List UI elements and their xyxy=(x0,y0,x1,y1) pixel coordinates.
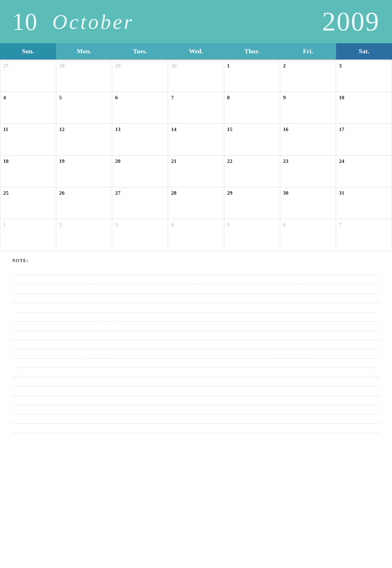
year: 2009 xyxy=(322,6,380,37)
month-name: October xyxy=(52,10,134,34)
day-number: 12 xyxy=(59,126,65,132)
calendar-cell: 2 xyxy=(56,219,112,251)
day-number: 25 xyxy=(3,190,9,196)
day-number: 14 xyxy=(171,126,176,132)
day-number: 5 xyxy=(227,222,230,228)
day-number: 19 xyxy=(59,158,65,164)
calendar-cell: 29 xyxy=(112,60,168,92)
day-number: 16 xyxy=(283,126,288,132)
note-line xyxy=(12,331,380,340)
note-line xyxy=(12,303,380,312)
day-header-tue: Tues. xyxy=(112,43,168,60)
calendar-cell: 8 xyxy=(224,92,280,124)
day-number: 30 xyxy=(171,63,176,69)
calendar-cell: 7 xyxy=(168,92,224,124)
calendar-cell: 10 xyxy=(336,92,392,124)
calendar-cell: 24 xyxy=(336,155,392,187)
note-line xyxy=(12,294,380,303)
day-number: 30 xyxy=(283,190,288,196)
day-header-mon: Mon. xyxy=(56,43,112,60)
day-number: 17 xyxy=(339,126,344,132)
calendar-cell: 18 xyxy=(0,155,56,187)
day-number: 13 xyxy=(115,126,120,132)
calendar-cell: 31 xyxy=(336,187,392,219)
day-number: 18 xyxy=(3,158,9,164)
day-number: 3 xyxy=(339,63,342,69)
note-label: NOTE: xyxy=(12,258,380,263)
note-line xyxy=(12,424,380,433)
day-number: 3 xyxy=(115,222,118,228)
calendar-cell: 21 xyxy=(168,155,224,187)
calendar-cell: 1 xyxy=(0,219,56,251)
calendar-cell: 7 xyxy=(336,219,392,251)
note-line xyxy=(12,340,380,349)
note-line xyxy=(12,387,380,396)
calendar-cell: 11 xyxy=(0,124,56,155)
calendar-cell: 9 xyxy=(280,92,336,124)
calendar-cell: 14 xyxy=(168,124,224,155)
day-number: 1 xyxy=(3,222,6,228)
day-header-thu: Thur. xyxy=(224,43,280,60)
day-number: 9 xyxy=(283,94,286,101)
day-header-wed: Wed. xyxy=(168,43,224,60)
day-number: 7 xyxy=(339,222,342,228)
day-number: 26 xyxy=(59,190,65,196)
day-number: 21 xyxy=(171,158,176,164)
calendar-cell: 13 xyxy=(112,124,168,155)
note-line xyxy=(12,396,380,405)
day-number: 22 xyxy=(227,158,233,164)
day-number: 20 xyxy=(115,158,120,164)
day-headers-row: Sun.Mon.Tues.Wed.Thur.Fri.Sat. xyxy=(0,43,392,60)
note-line xyxy=(12,368,380,377)
calendar-cell: 28 xyxy=(168,187,224,219)
calendar-cell: 5 xyxy=(224,219,280,251)
calendar-cell: 27 xyxy=(112,187,168,219)
calendar-cell: 6 xyxy=(112,92,168,124)
calendar-cell: 29 xyxy=(224,187,280,219)
note-line xyxy=(12,322,380,331)
calendar-cell: 17 xyxy=(336,124,392,155)
calendar-cell: 12 xyxy=(56,124,112,155)
day-number: 29 xyxy=(227,190,233,196)
day-number: 27 xyxy=(115,190,120,196)
calendar-cell: 5 xyxy=(56,92,112,124)
day-header-sat: Sat. xyxy=(336,43,392,60)
day-header-sun: Sun. xyxy=(0,43,56,60)
note-lines xyxy=(12,266,380,433)
calendar-cell: 3 xyxy=(112,219,168,251)
calendar-cell: 15 xyxy=(224,124,280,155)
calendar-header: 10 October 2009 xyxy=(0,0,392,43)
day-number: 5 xyxy=(59,94,62,101)
calendar-cell: 4 xyxy=(168,219,224,251)
month-number: 10 xyxy=(12,8,38,36)
calendar-cell: 23 xyxy=(280,155,336,187)
calendar-cell: 22 xyxy=(224,155,280,187)
note-line xyxy=(12,266,380,275)
day-number: 4 xyxy=(3,94,6,101)
note-line xyxy=(12,284,380,294)
calendar-cell: 4 xyxy=(0,92,56,124)
note-line xyxy=(12,312,380,322)
day-number: 7 xyxy=(171,94,174,101)
day-number: 24 xyxy=(339,158,344,164)
calendar-cell: 1 xyxy=(224,60,280,92)
note-line xyxy=(12,349,380,359)
calendar-cell: 6 xyxy=(280,219,336,251)
calendar-cell: 25 xyxy=(0,187,56,219)
calendar-cell: 3 xyxy=(336,60,392,92)
note-line xyxy=(12,359,380,368)
calendar-cell: 26 xyxy=(56,187,112,219)
day-number: 2 xyxy=(283,63,286,69)
calendar-cell: 30 xyxy=(168,60,224,92)
day-number: 28 xyxy=(59,63,65,69)
note-line xyxy=(12,415,380,424)
day-header-fri: Fri. xyxy=(280,43,336,60)
day-number: 10 xyxy=(339,94,344,101)
day-number: 6 xyxy=(115,94,118,101)
calendar-cell: 20 xyxy=(112,155,168,187)
calendar-cell: 16 xyxy=(280,124,336,155)
note-line xyxy=(12,275,380,284)
note-line xyxy=(12,377,380,387)
calendar-cell: 27 xyxy=(0,60,56,92)
note-line xyxy=(12,405,380,415)
